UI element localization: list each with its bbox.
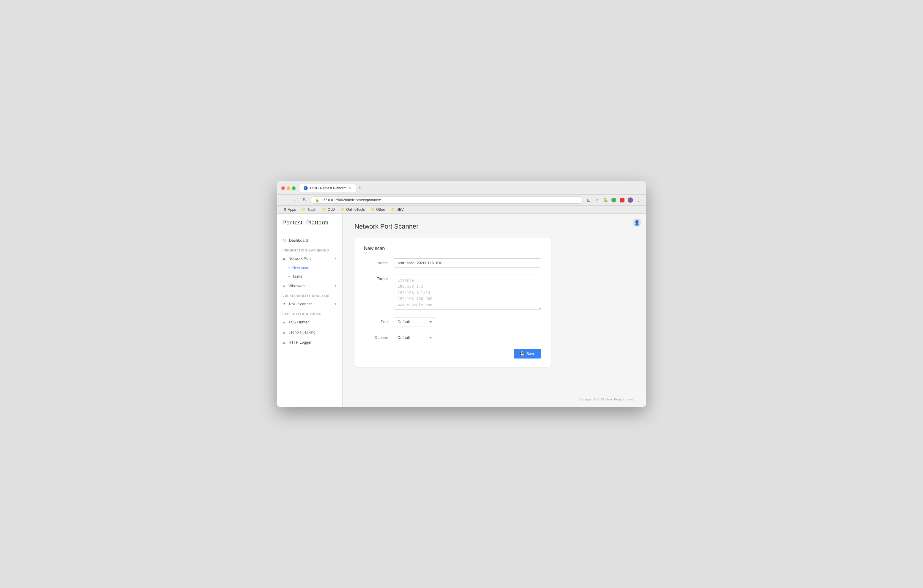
sidebar-item-http-logger-label: HTTP Logger	[288, 340, 312, 345]
title-bar: F Fuxi - Pentest Platform ✕ +	[277, 181, 646, 195]
dev-folder-icon: 📁	[391, 208, 395, 212]
close-button[interactable]	[281, 186, 285, 190]
bookmark-apps-label: Apps	[288, 207, 296, 212]
sidebar-logo: Pentest Platform	[277, 214, 342, 232]
sidebar-item-tasks[interactable]: + Tasks	[277, 272, 342, 281]
avatar-icon[interactable]	[627, 197, 633, 203]
back-button[interactable]: ←	[281, 197, 288, 203]
port-label: Port	[364, 317, 388, 324]
toolbar-right: ⊡ ☆ 🐍 ⋮	[586, 197, 642, 203]
sidebar-item-http-logger[interactable]: HTTP Logger	[277, 337, 342, 347]
sidebar-item-dashboard[interactable]: ◎ Dashboard	[277, 235, 342, 245]
bookmark-old[interactable]: 📁 OLD	[320, 207, 338, 212]
python-icon[interactable]: 🐍	[603, 197, 608, 203]
form-actions: 💾 Save	[364, 349, 541, 358]
reload-button[interactable]: ↻	[302, 197, 308, 203]
options-select[interactable]: Default Verbose	[394, 333, 435, 342]
bookmark-trash[interactable]: 📁 Trash	[299, 207, 319, 212]
screenshot-icon[interactable]: ⊡	[586, 197, 592, 203]
sidebar-item-whatweb[interactable]: Whatweb ▼	[277, 281, 342, 291]
section-exploitation-tools: EXPLOITATION TOOLS	[277, 309, 342, 317]
apps-grid-icon: ⊞	[284, 207, 287, 212]
target-label: Target	[364, 274, 388, 281]
target-field-row: Target	[364, 274, 541, 310]
target-textarea[interactable]	[394, 274, 541, 310]
network-port-icon	[282, 256, 286, 261]
sidebar-item-new-scan[interactable]: + New scan	[277, 263, 342, 272]
address-bar: ← → ↻ 🔒 127.0.0.1:50020/#/discovery/port…	[277, 195, 646, 206]
old-folder-icon: 📁	[322, 208, 327, 212]
onlinetools-folder-icon: 📁	[341, 208, 345, 212]
sidebar-item-whatweb-label: Whatweb	[288, 284, 304, 288]
sidebar-item-jsonp-hijacking-label: Jsonp Hijacking	[288, 330, 315, 334]
maximize-button[interactable]	[292, 186, 296, 190]
new-tab-button[interactable]: +	[356, 185, 364, 191]
tasks-plus-icon: +	[288, 274, 290, 279]
extension-icon[interactable]	[619, 197, 625, 203]
main-wrapper: 👤 Network Port Scanner New scan Name	[343, 214, 646, 407]
bookmark-old-label: OLD	[328, 207, 335, 212]
name-label: Name	[364, 258, 388, 265]
section-information-gathering: INFORMATION GATHERING	[277, 245, 342, 253]
trash-folder-icon: 📁	[302, 208, 306, 212]
save-label: Save	[526, 351, 535, 356]
network-port-arrow: ▼	[334, 257, 337, 260]
save-icon: 💾	[520, 351, 524, 356]
form-card-title: New scan	[364, 246, 541, 251]
browser-content: Pentest Platform ◎ Dashboard INFORMATION…	[277, 214, 646, 407]
minimize-button[interactable]	[287, 186, 290, 190]
url-bar[interactable]: 🔒 127.0.0.1:50020/#/discovery/port/new	[311, 197, 583, 204]
port-control-wrap: Default All Common	[394, 317, 541, 327]
tab-title: Fuxi - Pentest Platform	[310, 186, 347, 190]
jsonp-hijacking-icon	[282, 330, 286, 334]
page-title: Network Port Scanner	[355, 223, 634, 230]
tab-favicon: F	[304, 186, 308, 190]
main-area: 👤 Network Port Scanner New scan Name	[343, 214, 646, 391]
browser-window: F Fuxi - Pentest Platform ✕ + ← → ↻ 🔒 12…	[277, 181, 646, 407]
bookmark-onlinetools[interactable]: 📁 OnlineTools	[338, 207, 367, 212]
browser-tab[interactable]: F Fuxi - Pentest Platform ✕	[299, 184, 356, 192]
other-folder-icon: 📁	[371, 208, 375, 212]
traffic-lights	[281, 186, 296, 190]
bookmark-dev[interactable]: 📁 DEV	[389, 207, 406, 212]
profile-icon[interactable]	[611, 197, 617, 203]
star-icon[interactable]: ☆	[594, 197, 600, 203]
user-avatar-icon: 👤	[633, 218, 641, 227]
bookmarks-bar: ⊞ Apps 📁 Trash 📁 OLD 📁 OnlineTools 📁 Oth…	[277, 206, 646, 214]
sidebar-item-xss-hunter[interactable]: XSS Hunter	[277, 317, 342, 327]
form-card: New scan Name Target	[355, 238, 551, 367]
options-label: Options	[364, 333, 388, 340]
sidebar: Pentest Platform ◎ Dashboard INFORMATION…	[277, 214, 343, 407]
menu-icon[interactable]: ⋮	[636, 197, 642, 203]
tab-bar: F Fuxi - Pentest Platform ✕ +	[299, 184, 642, 192]
sidebar-item-poc-scanner[interactable]: ✦ PoC Scanner ▼	[277, 299, 342, 309]
sidebar-item-xss-hunter-label: XSS Hunter	[288, 320, 309, 324]
whatweb-icon	[282, 283, 286, 288]
options-control-wrap: Default Verbose	[394, 333, 541, 342]
section-vulnerability-analysis: VULNERABILITY ANALYSIS	[277, 291, 342, 299]
footer: Copyright © 2019 - Fuxi Project Team.	[343, 391, 646, 407]
sidebar-item-network-port[interactable]: Network Port ▼	[277, 253, 342, 263]
sidebar-nav: ◎ Dashboard INFORMATION GATHERING Networ…	[277, 232, 342, 407]
bookmark-dev-label: DEV	[396, 207, 404, 212]
port-select[interactable]: Default All Common	[394, 317, 435, 327]
dashboard-icon: ◎	[282, 238, 286, 243]
name-control-wrap	[394, 258, 541, 268]
forward-button[interactable]: →	[291, 197, 299, 203]
sidebar-item-jsonp-hijacking[interactable]: Jsonp Hijacking	[277, 327, 342, 337]
tab-close-icon[interactable]: ✕	[349, 186, 351, 190]
bookmark-other-label: Other	[376, 207, 385, 212]
url-text: 127.0.0.1:50020/#/discovery/port/new	[321, 198, 381, 202]
http-logger-icon	[282, 340, 286, 345]
sidebar-item-network-port-label: Network Port	[288, 256, 311, 261]
lock-icon: 🔒	[315, 198, 319, 202]
name-input[interactable]	[394, 258, 541, 268]
copyright-text: Copyright © 2019 - Fuxi Project Team.	[579, 397, 634, 401]
bookmark-other[interactable]: 📁 Other	[368, 207, 388, 212]
port-field-row: Port Default All Common	[364, 317, 541, 327]
bookmark-onlinetools-label: OnlineTools	[346, 207, 365, 212]
sidebar-item-tasks-label: Tasks	[292, 274, 302, 279]
save-button[interactable]: 💾 Save	[514, 349, 541, 358]
bookmark-apps[interactable]: ⊞ Apps	[281, 207, 298, 212]
user-profile-button[interactable]: 👤	[633, 218, 641, 227]
